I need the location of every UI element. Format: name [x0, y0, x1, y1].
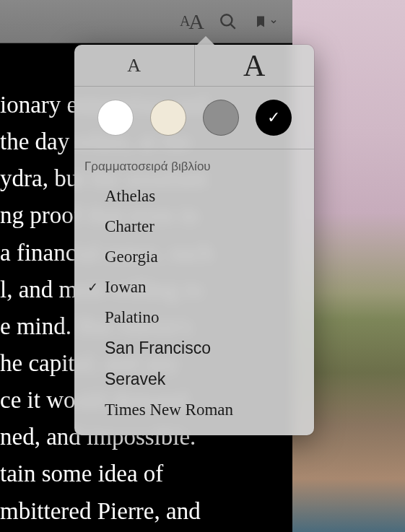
theme-swatch-sepia[interactable] [150, 100, 186, 136]
reader-toolbar: AA [0, 0, 292, 43]
font-size-row: A A [74, 45, 314, 87]
font-option[interactable]: Charter [74, 212, 314, 242]
font-section-header: Γραμματοσειρά βιβλίου [74, 155, 314, 181]
font-name-label: Georgia [105, 248, 304, 266]
font-option[interactable]: Athelas [74, 181, 314, 212]
chevron-down-icon [269, 17, 278, 26]
theme-row: ✓ [74, 87, 314, 149]
font-option[interactable]: Georgia [74, 242, 314, 272]
appearance-big-a: A [188, 9, 203, 34]
bookmark-icon[interactable] [253, 12, 278, 31]
font-name-label: Charter [105, 217, 304, 236]
appearance-small-a: A [180, 13, 188, 30]
theme-swatch-gray[interactable] [203, 100, 239, 136]
font-list: AthelasCharterGeorgia✓IowanPalatinoSan F… [74, 181, 314, 425]
check-icon: ✓ [87, 279, 105, 295]
font-name-label: Palatino [105, 308, 304, 327]
font-section: Γραμματοσειρά βιβλίου AthelasCharterGeor… [74, 149, 314, 435]
decrease-font-button[interactable]: A [74, 45, 195, 87]
appearance-popover: A A ✓ Γραμματοσειρά βιβλίου AthelasChart… [74, 45, 314, 435]
font-name-label: Athelas [105, 187, 304, 206]
font-option[interactable]: Palatino [74, 302, 314, 333]
font-option[interactable]: Seravek [74, 364, 314, 395]
font-option[interactable]: San Francisco [74, 333, 314, 364]
font-option[interactable]: ✓Iowan [74, 272, 314, 302]
theme-swatch-night[interactable]: ✓ [256, 100, 292, 136]
font-option[interactable]: Times New Roman [74, 395, 314, 425]
theme-swatch-white[interactable] [97, 100, 134, 136]
svg-point-0 [221, 14, 232, 25]
font-name-label: Times New Roman [105, 401, 304, 419]
check-icon: ✓ [267, 108, 280, 127]
font-name-label: San Francisco [105, 339, 304, 358]
appearance-button[interactable]: AA [180, 9, 203, 34]
svg-line-1 [231, 24, 235, 28]
font-name-label: Iowan [105, 278, 304, 297]
font-name-label: Seravek [105, 370, 304, 389]
increase-font-button[interactable]: A [195, 45, 315, 87]
search-icon[interactable] [219, 12, 238, 31]
